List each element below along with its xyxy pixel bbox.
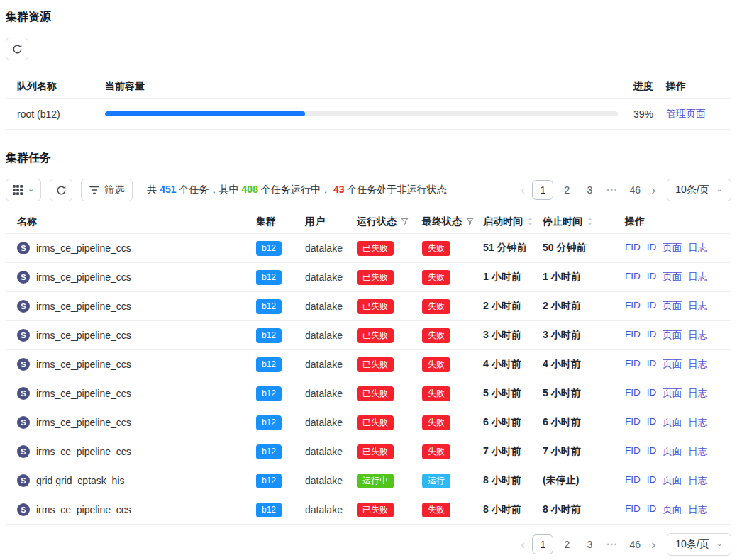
page-button-3[interactable]: 3 (580, 180, 599, 200)
log-link[interactable]: 日志 (688, 300, 707, 313)
fid-link[interactable]: FID (625, 329, 641, 342)
stop-time: 4 小时前 (537, 358, 619, 371)
summary-text: 个任务，其中 (179, 184, 239, 195)
user-name: datalake (299, 330, 351, 341)
page-button-1[interactable]: 1 (532, 534, 553, 554)
summary-text: 共 (147, 184, 157, 195)
task-name: irms_ce_pipeline_ccs (36, 446, 131, 457)
page-size-select[interactable]: 10条/页 ⌄ (667, 179, 731, 201)
page-link[interactable]: 页面 (663, 329, 682, 342)
page-size-select[interactable]: 10条/页 ⌄ (667, 533, 731, 556)
fid-link[interactable]: FID (625, 387, 641, 400)
col-stop-time: 停止时间 (543, 215, 582, 228)
log-link[interactable]: 日志 (688, 474, 707, 487)
log-link[interactable]: 日志 (688, 242, 707, 254)
id-link[interactable]: ID (647, 358, 657, 371)
task-name: irms_ce_pipeline_ccs (36, 271, 131, 283)
log-link[interactable]: 日志 (688, 329, 707, 342)
page-link[interactable]: 页面 (663, 445, 682, 458)
refresh-icon (12, 44, 23, 55)
pagination-ellipsis[interactable]: ••• (603, 180, 621, 200)
log-link[interactable]: 日志 (688, 358, 707, 371)
chevron-down-icon: ⌄ (716, 539, 723, 547)
pagination-ellipsis[interactable]: ••• (603, 534, 621, 554)
table-row: S irms_ce_pipeline_ccs b12 datalake 已失败 … (6, 379, 731, 408)
chevron-down-icon: ⌄ (28, 185, 34, 193)
fid-link[interactable]: FID (625, 271, 641, 284)
table-row: S irms_ce_pipeline_ccs b12 datalake 已失败 … (6, 350, 731, 379)
log-link[interactable]: 日志 (688, 387, 707, 400)
filter-icon[interactable] (466, 218, 474, 225)
next-page-button[interactable]: › (648, 534, 658, 554)
page-button-3[interactable]: 3 (580, 534, 599, 554)
page-link[interactable]: 页面 (663, 503, 682, 516)
fid-link[interactable]: FID (625, 300, 641, 313)
resources-refresh-button[interactable] (6, 38, 28, 60)
log-link[interactable]: 日志 (688, 503, 707, 516)
id-link[interactable]: ID (647, 300, 657, 313)
manage-page-link[interactable]: 管理页面 (666, 108, 706, 119)
id-link[interactable]: ID (647, 387, 657, 400)
cluster-badge: b12 (256, 357, 282, 372)
run-status-badge: 已失败 (357, 357, 394, 372)
avatar: S (17, 503, 30, 516)
table-row: S irms_ce_pipeline_ccs b12 datalake 已失败 … (6, 292, 731, 321)
page-button-2[interactable]: 2 (558, 534, 576, 554)
page-size-label: 10条/页 (675, 184, 709, 196)
top-pagination-slot: ‹ 123•••46 › 10条/页 ⌄ (518, 179, 731, 201)
id-link[interactable]: ID (647, 503, 657, 516)
page-buttons: 123•••46 (532, 180, 644, 200)
log-link[interactable]: 日志 (688, 271, 707, 284)
id-link[interactable]: ID (647, 271, 657, 284)
progress-percent: 39% (618, 108, 660, 120)
pagination: ‹ 123•••46 › 10条/页 ⌄ (518, 179, 731, 201)
page-link[interactable]: 页面 (663, 416, 682, 429)
fid-link[interactable]: FID (625, 503, 641, 516)
stop-time: 3 小时前 (537, 329, 619, 342)
page-link[interactable]: 页面 (663, 271, 682, 284)
next-page-button[interactable]: › (648, 180, 658, 200)
fid-link[interactable]: FID (625, 358, 641, 371)
stop-time: 2 小时前 (537, 300, 619, 313)
start-time: 2 小时前 (477, 300, 537, 313)
id-link[interactable]: ID (647, 474, 657, 487)
page-link[interactable]: 页面 (663, 387, 682, 400)
task-name: irms_ce_pipeline_ccs (36, 330, 131, 341)
page-link[interactable]: 页面 (663, 300, 682, 313)
page-link[interactable]: 页面 (663, 242, 682, 254)
tasks-table: 名称 集群 用户 运行状态 最终状态 (6, 213, 731, 525)
id-link[interactable]: ID (647, 329, 657, 342)
resources-table-header: 队列名称 当前容量 进度 操作 (6, 74, 731, 99)
fid-link[interactable]: FID (625, 416, 641, 429)
sort-icon[interactable] (587, 217, 593, 226)
page-button-46[interactable]: 46 (626, 534, 644, 554)
page-link[interactable]: 页面 (663, 474, 682, 487)
prev-page-button[interactable]: ‹ (518, 534, 528, 554)
id-link[interactable]: ID (647, 242, 657, 254)
final-status-badge: 失败 (422, 386, 450, 401)
user-name: datalake (299, 242, 351, 254)
log-link[interactable]: 日志 (688, 416, 707, 429)
final-status-badge: 运行 (422, 474, 450, 488)
page-button-46[interactable]: 46 (626, 180, 644, 200)
sort-icon[interactable] (527, 217, 533, 226)
fid-link[interactable]: FID (625, 474, 641, 487)
start-time: 5 小时前 (477, 387, 537, 400)
col-cluster: 集群 (250, 215, 299, 228)
cluster-badge: b12 (256, 299, 282, 314)
id-link[interactable]: ID (647, 416, 657, 429)
prev-page-button[interactable]: ‹ (518, 180, 528, 200)
page-link[interactable]: 页面 (663, 358, 682, 371)
page-button-2[interactable]: 2 (558, 180, 576, 200)
page-button-1[interactable]: 1 (532, 180, 553, 200)
tasks-refresh-button[interactable] (50, 179, 72, 201)
filter-icon[interactable] (401, 218, 409, 225)
col-run-status: 运行状态 (357, 215, 397, 228)
id-link[interactable]: ID (647, 445, 657, 458)
user-name: datalake (299, 475, 351, 486)
fid-link[interactable]: FID (625, 242, 641, 254)
column-settings-button[interactable]: ⌄ (6, 179, 41, 201)
log-link[interactable]: 日志 (688, 445, 707, 458)
filter-button[interactable]: 筛选 (81, 179, 133, 201)
fid-link[interactable]: FID (625, 445, 641, 458)
